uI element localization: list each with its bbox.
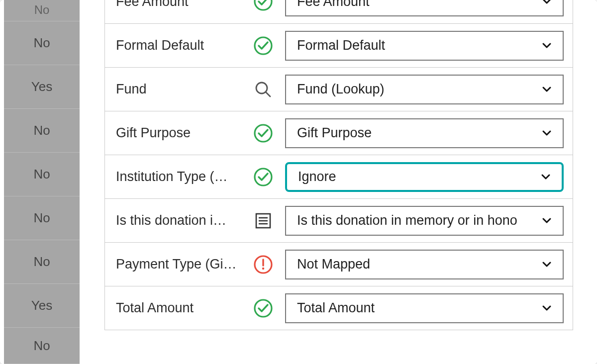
mapping-row: Formal DefaultFormal Default <box>105 23 573 67</box>
chevron-down-icon <box>542 41 552 51</box>
mapping-dropdown[interactable]: Fee Amount <box>285 0 564 16</box>
bg-cell: Yes <box>4 65 80 108</box>
field-label: Payment Type (Gi… <box>116 257 251 272</box>
dropdown-value: Gift Purpose <box>297 125 372 141</box>
bg-cell: No <box>4 21 80 65</box>
chevron-down-icon <box>541 172 551 182</box>
mapping-panel: Fee AmountFee AmountFormal DefaultFormal… <box>80 0 597 364</box>
mapping-dropdown[interactable]: Total Amount <box>285 293 564 323</box>
dropdown-value: Total Amount <box>297 300 375 316</box>
chevron-down-icon <box>542 216 552 226</box>
check-icon <box>251 121 275 145</box>
chevron-down-icon <box>542 128 552 138</box>
dropdown-value: Formal Default <box>297 38 385 53</box>
dropdown-value: Fee Amount <box>297 0 370 9</box>
dropdown-value: Is this donation in memory or in hono <box>297 213 517 228</box>
bg-cell: No <box>4 196 80 240</box>
mapping-dropdown[interactable]: Fund (Lookup) <box>285 75 564 104</box>
chevron-down-icon <box>542 0 552 6</box>
chevron-down-icon <box>542 303 552 313</box>
mapping-dropdown[interactable]: Not Mapped <box>285 250 564 279</box>
bg-cell: No <box>4 108 80 152</box>
field-label: Total Amount <box>116 300 251 316</box>
field-label: Gift Purpose <box>116 125 251 141</box>
check-icon <box>251 0 275 13</box>
check-icon <box>251 296 275 320</box>
bg-cell: Yes <box>4 283 80 327</box>
mapping-row: Institution Type (…Ignore <box>105 155 573 198</box>
bg-cell: No <box>4 327 80 364</box>
field-label: Fund <box>116 82 251 97</box>
window-frame: No No Yes No No No No Yes No Fee AmountF… <box>0 0 597 364</box>
alert-icon <box>251 253 275 276</box>
mapping-dropdown[interactable]: Is this donation in memory or in hono <box>285 206 564 236</box>
mapping-row: Total AmountTotal Amount <box>105 286 573 330</box>
dropdown-value: Ignore <box>298 169 336 184</box>
mapping-dropdown[interactable]: Ignore <box>285 162 564 192</box>
bg-cell: No <box>4 152 80 196</box>
bg-cell: No <box>4 240 80 283</box>
field-label: Formal Default <box>116 38 251 53</box>
bg-cell: No <box>4 0 80 21</box>
field-label: Institution Type (… <box>116 169 251 184</box>
mapping-row: Fee AmountFee Amount <box>105 0 573 23</box>
dropdown-value: Fund (Lookup) <box>297 82 385 97</box>
field-label: Fee Amount <box>116 0 251 9</box>
mapping-row: Is this donation i…Is this donation in m… <box>105 198 573 242</box>
background-column: No No Yes No No No No Yes No <box>4 0 80 364</box>
dropdown-value: Not Mapped <box>297 257 370 272</box>
mapping-row: Payment Type (Gi…Not Mapped <box>105 242 573 286</box>
mapping-table: Fee AmountFee AmountFormal DefaultFormal… <box>104 0 573 330</box>
check-icon <box>251 34 275 58</box>
list-icon <box>251 209 275 233</box>
mapping-row: FundFund (Lookup) <box>105 67 573 111</box>
chevron-down-icon <box>542 85 552 94</box>
mapping-dropdown[interactable]: Gift Purpose <box>285 118 564 148</box>
chevron-down-icon <box>542 260 552 270</box>
mapping-row: Gift PurposeGift Purpose <box>105 111 573 155</box>
mapping-dropdown[interactable]: Formal Default <box>285 31 564 61</box>
search-icon <box>251 78 275 101</box>
check-icon <box>251 165 275 189</box>
field-label: Is this donation i… <box>116 213 251 228</box>
